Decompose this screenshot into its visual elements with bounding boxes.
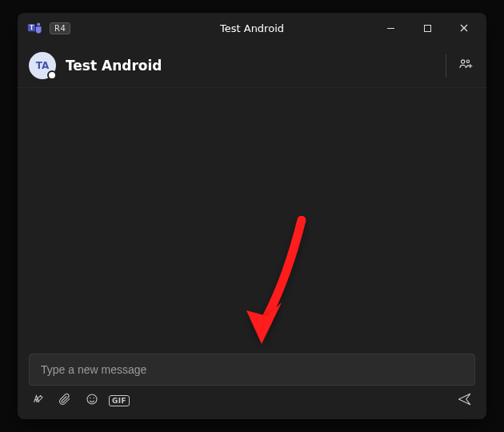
maximize-button[interactable]	[411, 16, 443, 40]
svg-text:T: T	[30, 24, 34, 31]
divider	[446, 54, 446, 77]
emoji-button[interactable]	[85, 394, 99, 408]
send-button[interactable]	[456, 392, 474, 410]
svg-point-8	[466, 60, 469, 62]
svg-marker-11	[246, 302, 282, 344]
svg-point-13	[87, 394, 97, 404]
svg-point-14	[90, 398, 90, 398]
chat-header: TA Test Android	[18, 43, 486, 88]
minimize-button[interactable]	[374, 16, 406, 40]
window-controls	[374, 16, 480, 40]
format-button[interactable]	[30, 394, 45, 408]
svg-point-2	[37, 22, 40, 26]
svg-rect-4	[424, 25, 430, 31]
emoji-icon	[85, 392, 99, 410]
teams-icon: T	[27, 20, 43, 36]
attach-button[interactable]	[58, 394, 72, 408]
gif-button[interactable]: GIF	[112, 394, 126, 408]
annotation-arrow-icon	[226, 216, 322, 352]
compose-area: GIF	[18, 354, 486, 419]
svg-point-15	[94, 398, 94, 398]
header-actions	[446, 54, 475, 77]
badge: R4	[50, 22, 70, 34]
format-icon	[30, 392, 45, 410]
presence-indicator-icon	[47, 70, 57, 80]
chat-title[interactable]: Test Android	[66, 58, 162, 74]
add-people-button[interactable]	[456, 56, 475, 75]
compose-toolbar: GIF	[29, 386, 475, 410]
avatar[interactable]: TA	[29, 52, 56, 79]
message-input[interactable]	[29, 354, 475, 386]
chat-messages-area	[18, 88, 486, 354]
add-people-icon	[458, 56, 474, 75]
svg-point-7	[462, 59, 465, 62]
gif-icon: GIF	[109, 395, 130, 406]
titlebar: T R4 Test Android	[18, 13, 486, 43]
close-button[interactable]	[448, 16, 480, 40]
paperclip-icon	[58, 392, 72, 410]
app-window: T R4 Test Android TA Test Android	[18, 13, 486, 419]
send-icon	[457, 391, 473, 410]
app-brand: T R4	[27, 20, 70, 36]
